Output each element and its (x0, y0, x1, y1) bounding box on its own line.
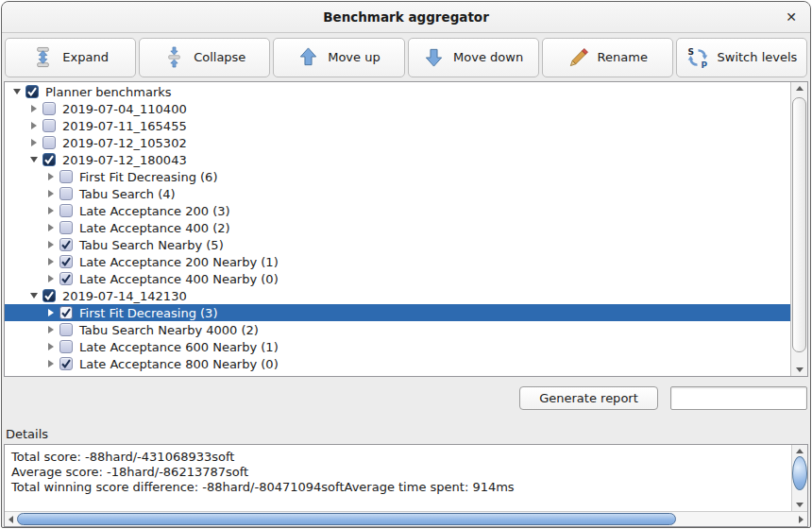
expand-toggle-icon[interactable] (44, 338, 58, 355)
checkmark-icon (60, 358, 72, 369)
checkbox[interactable] (59, 238, 73, 251)
svg-text:P: P (701, 60, 707, 69)
tree-row[interactable]: 2019-07-11_165455 (5, 117, 790, 134)
tree-row[interactable]: 2019-07-14_142130 (5, 287, 790, 304)
checkbox[interactable] (42, 289, 56, 302)
tree-row[interactable]: Late Acceptance 600 Nearby (1) (5, 338, 790, 355)
expand-toggle-icon[interactable] (27, 117, 41, 134)
tree-row[interactable]: Tabu Search (4) (5, 185, 790, 202)
close-button[interactable]: ✕ (781, 7, 802, 27)
checkbox[interactable] (59, 221, 73, 234)
checkbox[interactable] (59, 170, 73, 183)
expand-toggle-icon[interactable] (44, 253, 58, 270)
checkbox[interactable] (59, 187, 73, 200)
scroll-up-arrow-icon[interactable] (791, 82, 807, 94)
details-horizontal-scrollbar[interactable] (5, 511, 807, 526)
checkbox[interactable] (25, 85, 39, 98)
details-panel: Total score: -88hard/-431068933soft Aver… (4, 444, 808, 527)
collapse-toggle-icon[interactable] (27, 287, 41, 304)
tree-row[interactable]: Late Acceptance 200 (3) (5, 202, 790, 219)
tree-row[interactable]: 2019-07-04_110400 (5, 100, 790, 117)
app-window: Benchmark aggregator ✕ Expand Collapse (1, 1, 811, 528)
tree-row[interactable]: Late Acceptance 200 Nearby (1) (5, 253, 790, 270)
checkbox[interactable] (42, 153, 56, 166)
scroll-down-arrow-icon[interactable] (791, 364, 807, 376)
expand-toggle-icon[interactable] (27, 100, 41, 117)
rename-button[interactable]: Rename (542, 38, 673, 77)
checkbox[interactable] (42, 102, 56, 115)
tree-item-label: 2019-07-12_180043 (60, 153, 187, 167)
details-vertical-scrollbar[interactable] (791, 445, 807, 511)
tree-row[interactable]: Tabu Search Nearby 4000 (2) (5, 321, 790, 338)
tree-item-label: Late Acceptance 600 Nearby (1) (77, 340, 279, 354)
expand-toggle-icon[interactable] (44, 321, 58, 338)
tree-item-label: First Fit Decreasing (6) (77, 170, 217, 184)
tree-row[interactable]: First Fit Decreasing (6) (5, 168, 790, 185)
move-up-button[interactable]: Move up (273, 38, 404, 77)
checkbox[interactable] (59, 272, 73, 285)
collapse-toggle-icon[interactable] (27, 151, 41, 168)
checkbox[interactable] (59, 255, 73, 268)
tree-row[interactable]: 2019-07-12_105302 (5, 134, 790, 151)
checkbox[interactable] (59, 323, 73, 336)
move-down-button[interactable]: Move down (408, 38, 539, 77)
details-line-winning-diff: Total winning score difference: -88hard/… (11, 480, 785, 495)
collapse-button[interactable]: Collapse (139, 38, 270, 77)
checkmark-icon (60, 273, 72, 284)
switch-levels-button-label: Switch levels (718, 50, 798, 64)
expand-toggle-icon[interactable] (44, 270, 58, 287)
benchmark-tree: Planner benchmarks2019-07-04_1104002019-… (5, 83, 790, 372)
switch-levels-icon: S P (686, 46, 709, 69)
close-icon: ✕ (786, 9, 797, 25)
tree-row[interactable]: Tabu Search Nearby (5) (5, 236, 790, 253)
expand-button-label: Expand (62, 50, 109, 64)
tree-row[interactable]: Late Acceptance 800 Nearby (0) (5, 355, 790, 372)
tree-item-label: Late Acceptance 400 (2) (77, 221, 230, 235)
tree-row[interactable]: Late Acceptance 400 (2) (5, 219, 790, 236)
collapse-toggle-icon[interactable] (10, 83, 24, 100)
checkbox[interactable] (42, 119, 56, 132)
tree-row[interactable]: 2019-07-12_180043 (5, 151, 790, 168)
tree-row[interactable]: First Fit Decreasing (3) (5, 304, 790, 321)
move-up-button-label: Move up (328, 50, 381, 64)
tree-item-label: Late Acceptance 400 Nearby (0) (77, 272, 279, 286)
checkbox[interactable] (59, 306, 73, 319)
scroll-left-arrow-icon[interactable] (5, 512, 17, 526)
details-hscrollbar-thumb[interactable] (17, 513, 676, 525)
checkmark-icon (60, 256, 72, 267)
checkbox[interactable] (42, 136, 56, 149)
tree-row[interactable]: Planner benchmarks (5, 83, 790, 100)
switch-levels-button[interactable]: S P Switch levels (676, 38, 807, 77)
report-name-field[interactable] (670, 386, 807, 410)
expand-toggle-icon[interactable] (44, 355, 58, 372)
expand-toggle-icon[interactable] (44, 236, 58, 253)
window-title: Benchmark aggregator (323, 9, 489, 25)
expand-toggle-icon[interactable] (44, 202, 58, 219)
checkbox[interactable] (59, 357, 73, 370)
tree-item-label: Tabu Search Nearby (5) (77, 238, 224, 252)
expand-toggle-icon[interactable] (44, 304, 58, 321)
details-vscrollbar-thumb[interactable] (792, 456, 807, 490)
expand-toggle-icon[interactable] (27, 134, 41, 151)
svg-text:S: S (687, 47, 693, 57)
scroll-down-arrow-icon[interactable] (792, 499, 807, 511)
expand-button[interactable]: Expand (5, 38, 136, 77)
details-text-area[interactable]: Total score: -88hard/-431068933soft Aver… (5, 445, 791, 511)
tree-vertical-scrollbar[interactable] (790, 82, 807, 376)
scroll-right-arrow-icon[interactable] (795, 512, 807, 526)
checkmark-icon (60, 307, 72, 318)
tree-item-label: Tabu Search (4) (77, 187, 176, 201)
tree-item-label: 2019-07-12_105302 (60, 136, 187, 150)
tree-scrollbar-thumb[interactable] (792, 97, 806, 352)
benchmark-tree-panel: Planner benchmarks2019-07-04_1104002019-… (4, 81, 808, 377)
tree-item-label: 2019-07-14_142130 (60, 289, 187, 303)
expand-toggle-icon[interactable] (44, 219, 58, 236)
expand-toggle-icon[interactable] (44, 185, 58, 202)
details-line-total-score: Total score: -88hard/-431068933soft (11, 450, 785, 465)
expand-toggle-icon[interactable] (44, 168, 58, 185)
generate-report-button[interactable]: Generate report (519, 386, 658, 410)
tree-row[interactable]: Late Acceptance 400 Nearby (0) (5, 270, 790, 287)
tree-item-label: First Fit Decreasing (3) (77, 306, 217, 320)
checkbox[interactable] (59, 340, 73, 353)
checkbox[interactable] (59, 204, 73, 217)
